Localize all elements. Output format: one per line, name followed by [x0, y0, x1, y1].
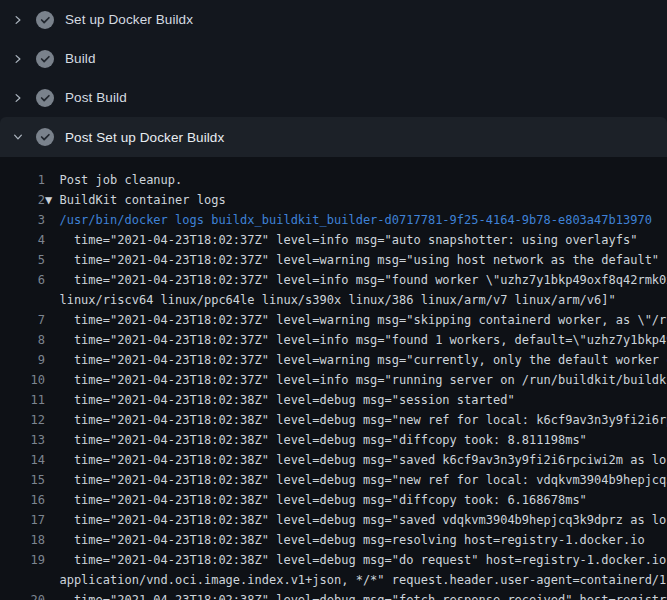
log-row: 14 time="2021-04-23T18:02:38Z" level=deb…	[0, 450, 667, 470]
step-row-set-up-docker-buildx[interactable]: Set up Docker Buildx	[0, 0, 667, 39]
log-row: 6 time="2021-04-23T18:02:37Z" level=info…	[0, 270, 667, 290]
check-circle-icon	[36, 11, 54, 29]
log-row: 12 time="2021-04-23T18:02:38Z" level=deb…	[0, 410, 667, 430]
line-number[interactable]	[0, 570, 45, 590]
log-row: 1 Post job cleanup.	[0, 170, 667, 190]
line-number[interactable]: 7	[0, 310, 45, 330]
step-label: Post Build	[65, 90, 127, 105]
step-row-post-build[interactable]: Post Build	[0, 78, 667, 117]
log-row: 17 time="2021-04-23T18:02:38Z" level=deb…	[0, 510, 667, 530]
log-row: 15 time="2021-04-23T18:02:38Z" level=deb…	[0, 470, 667, 490]
line-number[interactable]: 20	[0, 590, 45, 600]
line-number[interactable]: 12	[0, 410, 45, 430]
log-area[interactable]: 1 Post job cleanup. 2 ▼ BuildKit contain…	[0, 157, 667, 600]
line-number[interactable]: 5	[0, 250, 45, 270]
log-text: time="2021-04-23T18:02:37Z" level=warnin…	[45, 310, 667, 330]
line-number[interactable]: 16	[0, 490, 45, 510]
log-text: time="2021-04-23T18:02:38Z" level=debug …	[45, 550, 667, 570]
chevron-right-icon	[10, 12, 26, 28]
log-row: 19 time="2021-04-23T18:02:38Z" level=deb…	[0, 550, 667, 570]
log-text: /usr/bin/docker logs buildx_buildkit_bui…	[45, 210, 652, 230]
log-row: 18 time="2021-04-23T18:02:38Z" level=deb…	[0, 530, 667, 550]
log-text: time="2021-04-23T18:02:37Z" level=warnin…	[45, 250, 659, 270]
log-text: time="2021-04-23T18:02:38Z" level=debug …	[45, 490, 587, 510]
line-number[interactable]: 13	[0, 430, 45, 450]
line-number[interactable]: 18	[0, 530, 45, 550]
line-number[interactable]: 19	[0, 550, 45, 570]
check-circle-icon	[36, 50, 54, 68]
log-row: 10 time="2021-04-23T18:02:37Z" level=inf…	[0, 370, 667, 390]
log-row: linux/riscv64 linux/ppc64le linux/s390x …	[0, 290, 667, 310]
line-number[interactable]: 10	[0, 370, 45, 390]
line-number[interactable]: 11	[0, 390, 45, 410]
chevron-right-icon	[10, 51, 26, 67]
log-text: time="2021-04-23T18:02:38Z" level=debug …	[45, 450, 667, 470]
chevron-down-icon	[10, 129, 26, 145]
line-number[interactable]: 1	[0, 170, 45, 190]
line-number[interactable]: 3	[0, 210, 45, 230]
log-text: application/vnd.oci.image.index.v1+json,…	[45, 570, 667, 590]
log-row: 13 time="2021-04-23T18:02:38Z" level=deb…	[0, 430, 667, 450]
log-row: 11 time="2021-04-23T18:02:38Z" level=deb…	[0, 390, 667, 410]
log-text: time="2021-04-23T18:02:38Z" level=debug …	[45, 510, 667, 530]
log-text: linux/riscv64 linux/ppc64le linux/s390x …	[45, 290, 616, 310]
log-row: 20 time="2021-04-23T18:02:38Z" level=deb…	[0, 590, 667, 600]
log-row: 8 time="2021-04-23T18:02:37Z" level=info…	[0, 330, 667, 350]
line-number[interactable]: 2	[0, 190, 45, 210]
log-row: 7 time="2021-04-23T18:02:37Z" level=warn…	[0, 310, 667, 330]
log-text: time="2021-04-23T18:02:38Z" level=debug …	[45, 390, 515, 410]
line-number[interactable]: 9	[0, 350, 45, 370]
step-row-build[interactable]: Build	[0, 39, 667, 78]
line-number[interactable]: 8	[0, 330, 45, 350]
log-text: time="2021-04-23T18:02:38Z" level=debug …	[45, 590, 667, 600]
log-text: time="2021-04-23T18:02:37Z" level=info m…	[45, 330, 667, 350]
line-number[interactable]: 4	[0, 230, 45, 250]
step-row-post-set-up-docker-buildx[interactable]: Post Set up Docker Buildx	[0, 117, 667, 157]
log-row: 9 time="2021-04-23T18:02:37Z" level=warn…	[0, 350, 667, 370]
log-row: application/vnd.oci.image.index.v1+json,…	[0, 570, 667, 590]
log-row: 4 time="2021-04-23T18:02:37Z" level=info…	[0, 230, 667, 250]
step-label: Set up Docker Buildx	[65, 12, 193, 27]
log-row: 5 time="2021-04-23T18:02:37Z" level=warn…	[0, 250, 667, 270]
log-text: time="2021-04-23T18:02:37Z" level=info m…	[45, 370, 667, 390]
log-text: Post job cleanup.	[45, 170, 182, 190]
check-circle-icon	[36, 89, 54, 107]
log-text: time="2021-04-23T18:02:38Z" level=debug …	[45, 410, 667, 430]
step-label: Build	[65, 51, 96, 66]
step-label: Post Set up Docker Buildx	[65, 130, 224, 145]
log-text: time="2021-04-23T18:02:38Z" level=debug …	[45, 470, 667, 490]
log-text: time="2021-04-23T18:02:37Z" level=warnin…	[45, 350, 667, 370]
log-text: time="2021-04-23T18:02:38Z" level=debug …	[45, 430, 587, 450]
step-list: Set up Docker Buildx Build	[0, 0, 667, 157]
check-circle-icon	[36, 128, 54, 146]
actions-log-viewer: Set up Docker Buildx Build	[0, 0, 667, 600]
line-number[interactable]: 17	[0, 510, 45, 530]
line-number[interactable]: 14	[0, 450, 45, 470]
log-text: time="2021-04-23T18:02:37Z" level=info m…	[45, 270, 667, 290]
line-number[interactable]: 6	[0, 270, 45, 290]
log-row: 2 ▼ BuildKit container logs	[0, 190, 667, 210]
log-text: time="2021-04-23T18:02:37Z" level=info m…	[45, 230, 637, 250]
chevron-right-icon	[10, 90, 26, 106]
log-group-toggle[interactable]: ▼ BuildKit container logs	[45, 190, 226, 210]
line-number[interactable]: 15	[0, 470, 45, 490]
log-row: 16 time="2021-04-23T18:02:38Z" level=deb…	[0, 490, 667, 510]
log-text: time="2021-04-23T18:02:38Z" level=debug …	[45, 530, 645, 550]
log-row-command: 3 /usr/bin/docker logs buildx_buildkit_b…	[0, 210, 667, 230]
line-number[interactable]	[0, 290, 45, 310]
